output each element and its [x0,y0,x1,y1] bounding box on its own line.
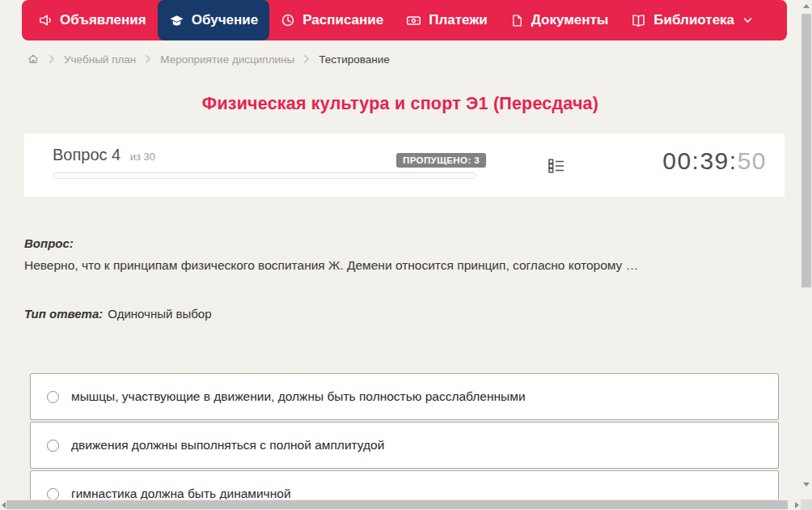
payments-icon [406,13,421,28]
breadcrumb-item-discipline-event[interactable]: Мероприятие дисциплины [160,53,294,66]
graduation-cap-icon [169,13,184,28]
radio-icon[interactable] [47,391,59,403]
scroll-left-arrow-icon[interactable] [2,502,6,508]
timer: 00:39:50 [662,147,767,175]
question-label: Вопрос: [24,236,74,250]
library-icon [631,13,646,28]
chevron-down-icon [743,17,752,23]
question-number: Вопрос 4 из 30 [53,146,155,164]
answer-type-value: Одиночный выбор [108,307,211,321]
chevron-right-icon [49,54,55,64]
chevron-right-icon [303,54,310,64]
scroll-down-arrow-icon[interactable] [803,482,810,487]
nav-item-label: Библиотека [653,12,734,28]
answer-option-2[interactable]: движения должны выполняться с полной амп… [30,422,779,469]
timer-seconds: 50 [738,147,767,174]
nav-item-payments[interactable]: Платежи [395,0,499,40]
vertical-scrollbar-thumb[interactable] [801,14,811,287]
radio-icon[interactable] [47,488,59,500]
breadcrumb-item-curriculum[interactable]: Учебный план [64,53,136,66]
nav-item-education[interactable]: Обучение [158,0,269,40]
answer-option-text: движения должны выполняться с полной амп… [71,438,384,453]
scroll-right-arrow-icon[interactable] [795,502,799,508]
nav-item-documents[interactable]: Документы [499,0,620,40]
radio-icon[interactable] [47,440,59,452]
nav-item-label: Платежи [429,12,488,28]
breadcrumb-item-testing: Тестирование [319,53,390,66]
question-number-label: Вопрос 4 [53,146,121,164]
nav-item-schedule[interactable]: Расписание [269,0,395,40]
clock-icon [281,13,295,28]
skipped-badge: ПРОПУЩЕНО: 3 [396,153,486,168]
home-icon[interactable] [27,53,40,66]
megaphone-icon [38,13,53,28]
nav-item-label: Расписание [302,12,383,28]
answer-type-label: Тип ответа: [24,307,103,321]
page-title: Физическая культура и спорт Э1 (Пересдач… [0,94,801,114]
nav-item-label: Объявления [60,12,146,28]
answer-option-1[interactable]: мышцы, участвующие в движении, должны бы… [30,373,779,420]
nav-item-announcements[interactable]: Объявления [27,0,158,40]
vertical-scrollbar[interactable] [801,0,812,499]
breadcrumb: Учебный план Мероприятие дисциплины Тест… [27,51,390,67]
question-header-card: Вопрос 4 из 30 ПРОПУЩЕНО: 3 00:39:50 [24,134,785,197]
question-list-icon[interactable] [546,155,567,176]
nav-item-library[interactable]: Библиотека [620,0,763,40]
progress-bar [53,172,476,179]
answer-option-text: мышцы, участвующие в движении, должны бы… [71,389,526,404]
scrollbar-corner [801,499,812,510]
chevron-right-icon [145,54,151,64]
nav-item-label: Обучение [192,12,258,28]
horizontal-scrollbar[interactable] [0,499,801,510]
answer-type-line: Тип ответа:Одиночный выбор [24,307,212,321]
main-nav: Объявления Обучение Расписание Платежи Д… [22,0,787,40]
timer-hours-minutes: 00:39: [662,147,737,174]
horizontal-scrollbar-thumb[interactable] [6,500,788,509]
question-text: Неверно, что к принципам физического вос… [24,257,760,274]
question-total-label: из 30 [130,151,155,163]
documents-icon [510,14,524,28]
scroll-up-arrow-icon[interactable] [803,4,810,8]
nav-item-label: Документы [531,12,609,28]
